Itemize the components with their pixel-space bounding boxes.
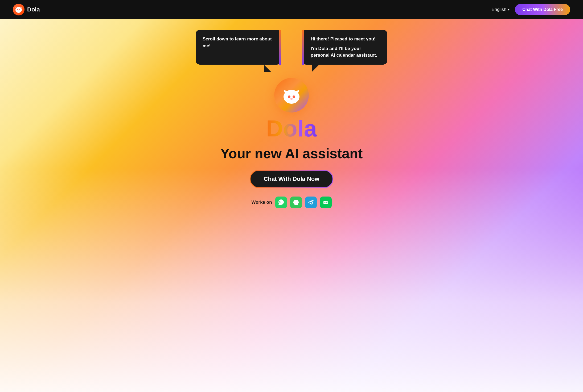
center-logo-area: Dola Your new AI assistant Chat With Dol…: [220, 78, 363, 208]
cta-main-btn-wrapper[interactable]: Chat With Dola Now: [250, 170, 334, 188]
svg-point-5: [18, 11, 19, 11]
language-label: English: [491, 7, 506, 12]
bubble-right-line2: I'm Dola and I'll be your personal AI ca…: [311, 45, 380, 59]
platform-whatsapp-icon[interactable]: [275, 197, 287, 208]
cta-main-button[interactable]: Chat With Dola Now: [251, 171, 333, 187]
dola-brand-name: Dola: [266, 117, 317, 140]
works-on-row: Works on: [251, 197, 331, 208]
dola-logo-circle: [274, 78, 309, 112]
chevron-down-icon: ▾: [508, 8, 510, 11]
bubble-left-text: Scroll down to learn more about me!: [203, 36, 272, 48]
nav-logo[interactable]: Dola: [13, 4, 40, 15]
svg-rect-14: [326, 202, 326, 203]
nav-right: English ▾ Chat With Dola Free: [491, 4, 570, 15]
nav-logo-icon: [13, 4, 24, 15]
hero-section: Scroll down to learn more about me! Hi t…: [0, 19, 583, 392]
chat-bubbles-row: Scroll down to learn more about me! Hi t…: [145, 30, 438, 65]
navbar: Dola English ▾ Chat With Dola Free: [0, 0, 583, 19]
svg-rect-13: [325, 202, 325, 203]
nav-logo-text: Dola: [27, 6, 40, 13]
language-selector[interactable]: English ▾: [491, 7, 510, 12]
works-on-label: Works on: [251, 200, 272, 205]
bubble-left: Scroll down to learn more about me!: [196, 30, 281, 65]
svg-point-10: [293, 95, 295, 98]
platform-line-icon[interactable]: [320, 197, 332, 208]
bubble-right-line1: Hi there! Pleased to meet you!: [311, 36, 380, 43]
svg-point-4: [19, 9, 20, 10]
svg-point-11: [290, 98, 293, 100]
svg-point-3: [17, 9, 18, 10]
svg-point-9: [288, 95, 290, 98]
platform-imessage-icon[interactable]: [290, 197, 302, 208]
nav-cta-button[interactable]: Chat With Dola Free: [515, 4, 570, 15]
hero-tagline: Your new AI assistant: [220, 145, 363, 161]
platform-telegram-icon[interactable]: [305, 197, 317, 208]
bubble-right: Hi there! Pleased to meet you! I'm Dola …: [302, 30, 387, 65]
